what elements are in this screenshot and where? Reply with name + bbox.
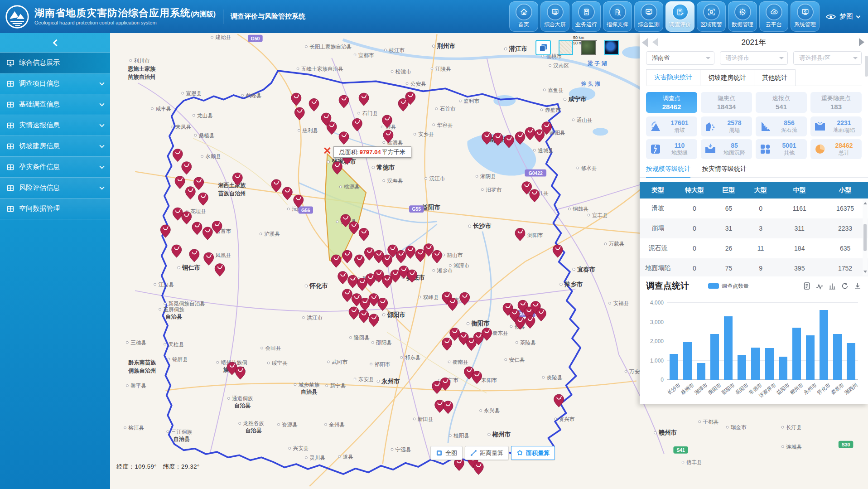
- map-label-marker: [239, 422, 241, 425]
- nav-item[interactable]: 综合监测: [634, 1, 663, 32]
- map-label: 凤凰县: [215, 252, 231, 258]
- map-label: 松滋市: [395, 68, 411, 74]
- road-badge-label: G56: [301, 208, 310, 213]
- nav-item[interactable]: 业务运行: [572, 1, 601, 32]
- map-label-marker: [372, 166, 375, 169]
- download-icon[interactable]: [854, 282, 862, 290]
- panel-scrollbar[interactable]: [865, 56, 868, 77]
- next-year-button[interactable]: [859, 38, 864, 46]
- stat-card-value: 856: [784, 119, 794, 126]
- road-badge-label: S30: [842, 442, 850, 447]
- nav-label: 综合大屏: [544, 21, 566, 29]
- basemap-satellite-thumbnail[interactable]: [581, 40, 596, 55]
- nav-item[interactable]: 区域预警: [697, 1, 726, 32]
- nav-item[interactable]: 首页: [509, 1, 538, 32]
- map-label: 玉屏侗族: [163, 306, 184, 312]
- map-label: 会同县: [265, 345, 281, 351]
- table-cell: 16375: [822, 199, 868, 218]
- map-label: 通道侗族: [232, 395, 253, 401]
- debris-flow-icon: [759, 120, 772, 133]
- pill-value: 28462: [662, 103, 681, 111]
- stat-card-value: 17601: [671, 119, 689, 126]
- sidebar-item[interactable]: 空间数据管理: [0, 199, 110, 219]
- table-scrollbar[interactable]: [863, 199, 868, 276]
- x-tick-label: 郴州市: [789, 382, 805, 396]
- map-toolbar-button[interactable]: 距离量算: [465, 446, 509, 460]
- refresh-icon[interactable]: [841, 282, 849, 290]
- sidebar-item[interactable]: 调查项目信息: [0, 73, 110, 94]
- username: 梦图: [839, 12, 853, 21]
- map-label: 自治县: [301, 389, 318, 395]
- table-header-cell: 类型: [640, 182, 676, 199]
- survey-icon: [673, 5, 688, 19]
- tab[interactable]: 其他统计: [754, 69, 796, 86]
- map-label-marker: [564, 98, 566, 101]
- nav-item[interactable]: 数据管理: [728, 1, 757, 32]
- nav-item[interactable]: 调查评价: [665, 1, 694, 32]
- sidebar-item[interactable]: 孕灾条件信息: [0, 157, 110, 178]
- basemap-earth-thumbnail[interactable]: [604, 40, 619, 55]
- table-header-cell: 大型: [745, 182, 777, 199]
- stat-pill[interactable]: 调查点28462: [646, 92, 697, 113]
- map-label: 崇阳县: [550, 130, 565, 136]
- sidebar-item[interactable]: 基础调查信息: [0, 94, 110, 115]
- map-label-marker: [377, 380, 380, 382]
- user-menu[interactable]: 梦图: [826, 12, 860, 21]
- basemap-road-thumbnail[interactable]: [559, 40, 573, 55]
- bar-chart-icon[interactable]: [828, 282, 836, 290]
- map-label: 铜鼓县: [572, 206, 588, 212]
- table-cell: 65: [713, 199, 745, 218]
- layer-switcher-button[interactable]: [535, 40, 551, 55]
- nav-item[interactable]: 云平台: [759, 1, 788, 32]
- nav-label: 数据管理: [732, 21, 753, 29]
- scroll-up-icon[interactable]: [863, 200, 867, 204]
- prev-year-button[interactable]: [652, 38, 658, 46]
- sidebar-item[interactable]: 切坡建房信息: [0, 136, 110, 157]
- map-label: 恩施土家族: [127, 66, 156, 72]
- nav-item[interactable]: 指挥支撑: [603, 1, 632, 32]
- sub-tab[interactable]: 按规模等级统计: [646, 165, 690, 178]
- region-select[interactable]: 请选择市: [720, 51, 788, 65]
- sidebar-collapse-button[interactable]: [0, 33, 110, 53]
- stat-pill[interactable]: 速报点541: [756, 92, 807, 113]
- scroll-down-icon[interactable]: [863, 271, 867, 275]
- map-label: 自治县: [245, 427, 262, 434]
- map-label: 自治县: [173, 436, 190, 442]
- stat-pill[interactable]: 隐患点18434: [701, 92, 752, 113]
- eye-icon[interactable]: [826, 14, 836, 20]
- sub-tab[interactable]: 按灾情等级统计: [702, 165, 747, 177]
- region-select[interactable]: 湖南省: [646, 51, 714, 65]
- document-icon[interactable]: [803, 282, 811, 290]
- map-label: 宜丰县: [592, 212, 608, 218]
- chevron-down-icon: [856, 14, 861, 18]
- tab[interactable]: 切坡建房统计: [700, 69, 754, 86]
- monitor-icon: [641, 5, 656, 19]
- sidebar-item[interactable]: 风险评估信息: [0, 178, 110, 199]
- stat-card-content: 85地面沉降: [719, 142, 750, 157]
- sidebar-item[interactable]: 灾情速报信息: [0, 115, 110, 136]
- map-label-marker: [543, 89, 545, 91]
- road-badge-label: G0422: [529, 171, 543, 176]
- scroll-thumb[interactable]: [863, 224, 867, 251]
- x-tick-label: 湘潭市: [693, 382, 709, 396]
- region-select[interactable]: 请选择县/区: [793, 51, 862, 65]
- nav-item[interactable]: 系统管理: [791, 1, 820, 32]
- stat-tabs: 灾害隐患统计切坡建房统计其他统计: [646, 69, 862, 86]
- nav-item[interactable]: 综合大屏: [540, 1, 569, 32]
- sidebar-item[interactable]: 综合信息展示: [0, 53, 110, 73]
- map-toolbar-button[interactable]: 面积量算: [511, 446, 555, 460]
- tab[interactable]: 灾害隐患统计: [646, 69, 700, 86]
- warning-icon: [704, 5, 719, 19]
- map-label-marker: [435, 107, 438, 110]
- fullmap-icon: [436, 450, 443, 456]
- map-label-marker: [297, 68, 299, 70]
- map-label-marker: [542, 376, 545, 378]
- stat-card-content: 2578崩塌: [719, 119, 750, 134]
- map-label-marker: [227, 397, 230, 400]
- map-label: 于都县: [703, 419, 719, 425]
- line-chart-icon[interactable]: [815, 282, 824, 290]
- stat-pill[interactable]: 重要隐患点183: [810, 92, 862, 113]
- map-toolbar-button[interactable]: 全图: [430, 446, 463, 460]
- map-label-marker: [154, 283, 156, 286]
- grade-table: 类型特大型巨型大型中型小型 滑坡0650116116375崩塌031331122…: [640, 182, 868, 276]
